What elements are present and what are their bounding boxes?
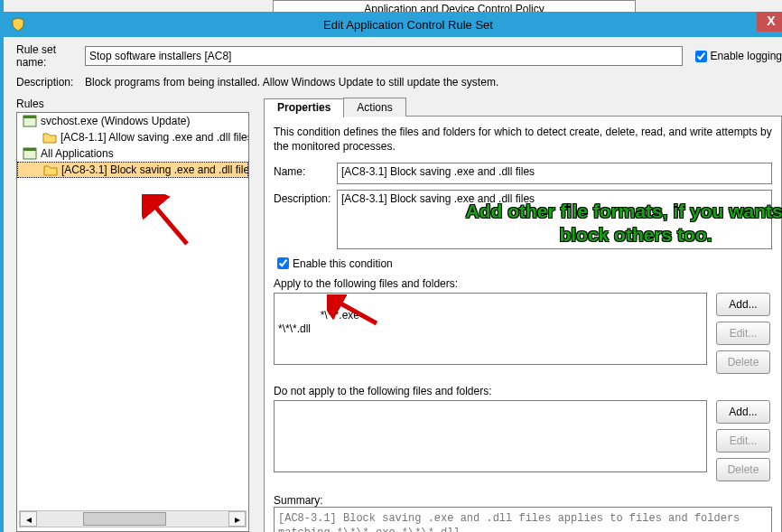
enable-condition-checkbox[interactable]: Enable this condition [274, 255, 772, 272]
tree-node[interactable]: svchost.exe (Windows Update) [17, 113, 248, 129]
apply-label: Apply to the following files and folders… [274, 277, 772, 290]
enable-logging-label: Enable logging [711, 50, 782, 62]
dont-apply-listbox[interactable] [274, 400, 707, 472]
titlebar[interactable]: Edit Application Control Rule Set X [4, 12, 782, 37]
edit-button[interactable]: Edit... [716, 322, 770, 345]
tab-strip: Properties Actions [264, 98, 782, 117]
tab-properties[interactable]: Properties [264, 98, 344, 117]
add-button[interactable]: Add... [716, 400, 770, 424]
annotation-text: Add other file formats, if you wants to … [464, 200, 782, 247]
apply-listbox[interactable]: *\*\*.exe *\*\*.dll [274, 293, 707, 365]
rule-set-name-label: Rule set name: [16, 43, 85, 69]
enable-condition-box[interactable] [277, 257, 289, 269]
details-pane: Properties Actions This condition define… [264, 98, 782, 532]
name-input[interactable]: [AC8-3.1] Block saving .exe and .dll fil… [337, 163, 772, 184]
add-button[interactable]: Add... [716, 293, 770, 316]
tree-label: [AC8-1.1] Allow saving .exe and .dll fil… [61, 131, 249, 144]
intro-text: This condition defines the files and fol… [274, 126, 772, 154]
shield-icon [11, 17, 25, 32]
scroll-left-button[interactable]: ◂ [20, 511, 37, 527]
svg-line-4 [151, 201, 187, 244]
summary-label: Summary: [274, 494, 772, 507]
folder-icon [43, 163, 58, 176]
rule-set-name-input[interactable]: Stop software installers [AC8] [85, 46, 683, 66]
tree-label: [AC8-3.1] Block saving .exe and .dll fil… [61, 163, 249, 176]
desc-value: [AC8-3.1] Block saving .exe and .dll fil… [341, 192, 535, 205]
tree-node-selected[interactable]: [AC8-3.1] Block saving .exe and .dll fil… [17, 162, 248, 178]
tree-label: svchost.exe (Windows Update) [41, 115, 190, 127]
delete-button[interactable]: Delete [716, 458, 770, 481]
window-title: Edit Application Control Rule Set [31, 18, 782, 32]
desc-label: Description: [274, 190, 337, 205]
name-label: Name: [274, 163, 337, 178]
annotation-arrow-icon [142, 194, 196, 248]
description-label: Description: [16, 76, 85, 89]
rules-tree[interactable]: svchost.exe (Windows Update) [AC8-1.1] A… [16, 112, 249, 532]
enable-logging-checkbox[interactable]: Enable logging [692, 48, 782, 65]
delete-button[interactable]: Delete [716, 350, 770, 374]
svg-rect-1 [23, 116, 36, 118]
apply-items: *\*\*.exe *\*\*.dll [278, 309, 359, 335]
scroll-thumb[interactable] [83, 512, 166, 526]
enable-condition-label: Enable this condition [293, 257, 393, 270]
tree-label: All Applications [41, 147, 114, 160]
edit-button[interactable]: Edit... [716, 429, 770, 453]
folder-icon [42, 131, 57, 144]
svg-rect-3 [23, 148, 36, 151]
rules-pane: Rules svchost.exe (Windows Update) [AC8-… [16, 98, 249, 532]
app-icon [23, 147, 37, 160]
enable-logging-box[interactable] [695, 51, 707, 62]
horizontal-scrollbar[interactable]: ◂ ▸ [19, 510, 247, 527]
desc-input[interactable]: [AC8-3.1] Block saving .exe and .dll fil… [337, 190, 772, 249]
tree-node[interactable]: [AC8-1.1] Allow saving .exe and .dll fil… [17, 129, 248, 145]
rules-label: Rules [16, 98, 249, 110]
description-text: Block programs from being installed. All… [85, 76, 498, 89]
dont-apply-label: Do not apply to the following files and … [274, 385, 772, 397]
tree-node[interactable]: All Applications [17, 145, 248, 162]
scroll-right-button[interactable]: ▸ [228, 511, 246, 527]
window: Application and Device Control Policy Ed… [0, 0, 782, 532]
app-icon [23, 115, 37, 127]
header-area: Rule set name: Stop software installers … [16, 43, 782, 96]
tab-actions[interactable]: Actions [343, 98, 405, 117]
close-button[interactable]: X [757, 12, 782, 32]
summary-box: [AC8-3.1] Block saving .exe and .dll fil… [274, 507, 772, 532]
properties-panel: This condition defines the files and fol… [264, 116, 782, 532]
